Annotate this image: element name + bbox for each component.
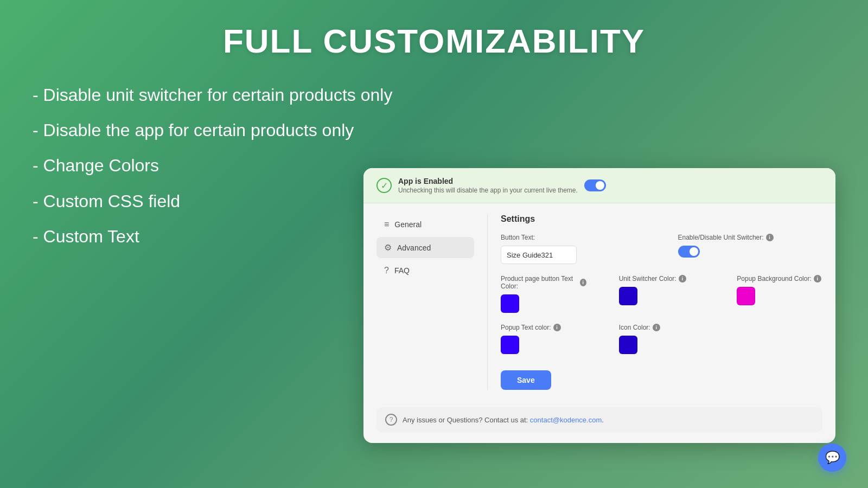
feature-item-3: - Change Colors — [33, 152, 392, 179]
sidebar-label-advanced: Advanced — [397, 243, 431, 252]
product-button-color-group: Product page button Text Color: i — [501, 275, 586, 313]
popup-bg-color-label: Popup Background Color: i — [737, 275, 822, 282]
panel-footer: ? Any issues or Questions? Contact us at… — [376, 407, 822, 432]
popup-text-color-group: Popup Text color: i — [501, 324, 586, 354]
settings-panel: ✓ App is Enabled Unchecking this will di… — [363, 168, 835, 443]
feature-item-5: - Custom Text — [33, 223, 392, 251]
general-icon: ≡ — [384, 220, 389, 229]
footer-info-icon: ? — [385, 414, 397, 426]
popup-text-color-swatch[interactable] — [501, 336, 519, 354]
unit-switcher-color-info-icon: i — [679, 275, 686, 282]
button-text-label: Button Text: — [501, 234, 646, 241]
feature-item-2: - Disable the app for certain products o… — [33, 117, 392, 144]
icon-color-group: Icon Color: i — [619, 324, 705, 354]
chat-icon: 💬 — [825, 451, 840, 465]
unit-switcher-color-group: Unit Switcher Color: i — [619, 275, 705, 313]
popup-bg-color-swatch[interactable] — [737, 287, 755, 305]
check-icon: ✓ — [376, 178, 392, 193]
features-list: - Disable unit switcher for certain prod… — [33, 81, 392, 258]
save-button[interactable]: Save — [501, 370, 551, 390]
product-button-color-info-icon: i — [580, 279, 586, 286]
banner-text: App is Enabled Unchecking this will disa… — [398, 177, 578, 194]
sidebar-label-faq: FAQ — [394, 266, 410, 275]
empty-group — [737, 324, 822, 354]
contact-link[interactable]: contact@kodence.com — [530, 416, 602, 424]
sidebar-label-general: General — [394, 220, 422, 229]
faq-icon: ? — [384, 266, 389, 275]
sidebar-nav: ≡ General ⚙ Advanced ? FAQ — [376, 214, 474, 390]
banner-title: App is Enabled — [398, 177, 578, 185]
sidebar-item-faq[interactable]: ? FAQ — [376, 260, 474, 281]
unit-switcher-toggle-group: Enable/Disable Unit Switcher: i — [678, 234, 823, 264]
settings-title: Settings — [501, 214, 822, 224]
settings-row-3: Popup Text color: i Icon Color: i — [501, 324, 822, 354]
popup-bg-color-info-icon: i — [814, 275, 821, 282]
banner-subtitle: Unchecking this will disable the app in … — [398, 187, 578, 194]
unit-switcher-color-label: Unit Switcher Color: i — [619, 275, 705, 282]
feature-item-1: - Disable unit switcher for certain prod… — [33, 81, 392, 109]
panel-divider — [487, 214, 488, 390]
app-enabled-banner: ✓ App is Enabled Unchecking this will di… — [363, 168, 835, 203]
button-text-input[interactable] — [501, 246, 577, 264]
panel-body: ≡ General ⚙ Advanced ? FAQ Settings Butt… — [363, 203, 835, 401]
settings-content: Settings Button Text: Enable/Disable Uni… — [501, 214, 822, 390]
product-button-color-swatch[interactable] — [501, 294, 519, 313]
footer-text: Any issues or Questions? Contact us at: … — [403, 416, 604, 424]
chat-button[interactable]: 💬 — [818, 444, 846, 472]
unit-switcher-label: Enable/Disable Unit Switcher: i — [678, 234, 823, 241]
popup-text-color-info-icon: i — [553, 324, 561, 331]
popup-text-color-label: Popup Text color: i — [501, 324, 586, 331]
sidebar-item-advanced[interactable]: ⚙ Advanced — [376, 237, 474, 258]
settings-row-1: Button Text: Enable/Disable Unit Switche… — [501, 234, 822, 264]
feature-item-4: - Custom CSS field — [33, 188, 392, 215]
product-button-color-label: Product page button Text Color: i — [501, 275, 586, 290]
settings-row-2: Product page button Text Color: i Unit S… — [501, 275, 822, 313]
icon-color-info-icon: i — [653, 324, 660, 331]
page-title: FULL CUSTOMIZABILITY — [0, 0, 868, 60]
app-enabled-toggle[interactable] — [584, 179, 606, 191]
sidebar-item-general[interactable]: ≡ General — [376, 214, 474, 235]
popup-bg-color-group: Popup Background Color: i — [737, 275, 822, 313]
unit-switcher-info-icon: i — [766, 234, 774, 241]
unit-switcher-color-swatch[interactable] — [619, 287, 637, 305]
icon-color-label: Icon Color: i — [619, 324, 705, 331]
button-text-group: Button Text: — [501, 234, 646, 264]
icon-color-swatch[interactable] — [619, 336, 637, 354]
advanced-icon: ⚙ — [384, 242, 392, 253]
unit-switcher-toggle[interactable] — [678, 246, 700, 258]
